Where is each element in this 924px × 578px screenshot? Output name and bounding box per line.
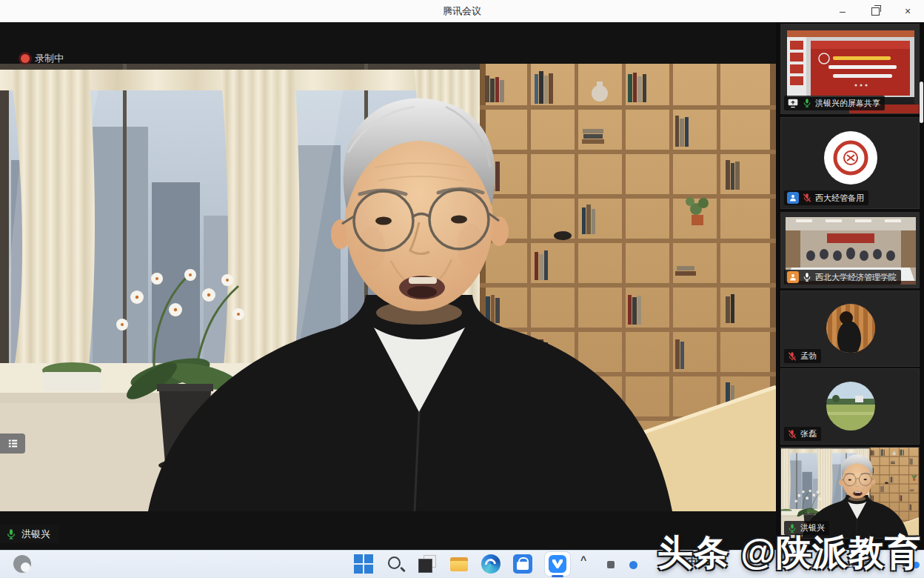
microsoft-store-button[interactable]	[513, 554, 532, 574]
speaker-name: 洪银兴	[21, 528, 50, 541]
participant-name: 西北大学经济管理学院	[815, 272, 897, 283]
weather-widget-button[interactable]	[13, 555, 31, 573]
close-button[interactable]: ×	[891, 0, 924, 22]
recording-dot-icon	[21, 54, 30, 63]
search-button[interactable]	[386, 554, 405, 574]
participant-name-label: 西大经管备用	[784, 190, 868, 205]
snipping-app-button[interactable]	[418, 554, 437, 574]
participant-tile-xida-backup[interactable]: 西大经管备用	[780, 117, 920, 209]
participant-name-label: 张磊	[784, 427, 821, 441]
layout-toggle-button[interactable]	[0, 434, 25, 454]
speaker-name-label: 洪银兴	[0, 525, 59, 543]
tencent-meeting-app-button[interactable]	[545, 552, 570, 576]
start-button[interactable]	[354, 554, 373, 574]
mic-on-icon	[5, 528, 17, 540]
recording-indicator: 录制中	[21, 52, 64, 65]
participant-name-label: 洪银兴的屏幕共享	[784, 96, 885, 110]
participant-tile-speaker[interactable]: 洪银兴	[780, 447, 920, 539]
participant-tile-screen-share[interactable]: 洪银兴的屏幕共享	[780, 24, 920, 114]
tray-icon-blue[interactable]	[629, 561, 637, 569]
speaker-scene	[0, 64, 776, 511]
list-layout-icon	[7, 437, 19, 450]
window-titlebar: 腾讯会议 – ×	[0, 0, 924, 23]
maximize-button[interactable]	[859, 0, 891, 22]
participant-name: 孟勃	[800, 351, 817, 362]
recording-label: 录制中	[35, 52, 64, 65]
tray-icon[interactable]	[607, 561, 615, 568]
main-stage: 录制中 洪银兴	[0, 22, 776, 550]
participant-tile-conference-room[interactable]: 西北大学经济管理学院	[780, 212, 920, 288]
participant-name-label: 西北大学经济管理学院	[784, 270, 901, 285]
main-video[interactable]	[0, 64, 776, 511]
minimize-button[interactable]: –	[826, 0, 859, 22]
restore-icon	[871, 7, 880, 16]
mic-on-icon	[802, 98, 812, 108]
participant-name: 洪银兴的屏幕共享	[815, 98, 880, 109]
participant-name-label: 孟勃	[784, 349, 821, 363]
mic-muted-icon	[787, 429, 797, 439]
edge-browser-button[interactable]	[481, 554, 500, 574]
mic-active-icon	[802, 272, 812, 282]
sidebar-scrollbar[interactable]	[920, 82, 923, 123]
participant-name: 张磊	[800, 428, 817, 439]
active-app-indicator	[552, 575, 563, 577]
file-explorer-button[interactable]	[449, 554, 469, 574]
participant-tile-zhanglei[interactable]: 张磊	[780, 368, 920, 445]
watermark: 头条 @陕派教育	[657, 529, 921, 577]
tray-expand-chevron[interactable]: ^	[580, 554, 586, 566]
mic-muted-icon	[787, 351, 797, 362]
participant-tile-mengbo[interactable]: 孟勃	[780, 290, 920, 367]
taskbar-app-icons	[354, 550, 570, 578]
participant-name: 西大经管备用	[815, 193, 864, 204]
participant-sidebar: 洪银兴的屏幕共享 西大经管备用	[776, 22, 924, 550]
cohost-person-icon	[787, 271, 799, 283]
mic-muted-icon	[802, 193, 812, 203]
tencent-meeting-icon	[549, 555, 566, 573]
window-title: 腾讯会议	[0, 0, 924, 22]
meeting-window: 腾讯会议 – × 录制中 洪银兴	[0, 0, 924, 578]
host-person-icon	[787, 192, 799, 204]
screen-share-icon	[787, 97, 799, 109]
